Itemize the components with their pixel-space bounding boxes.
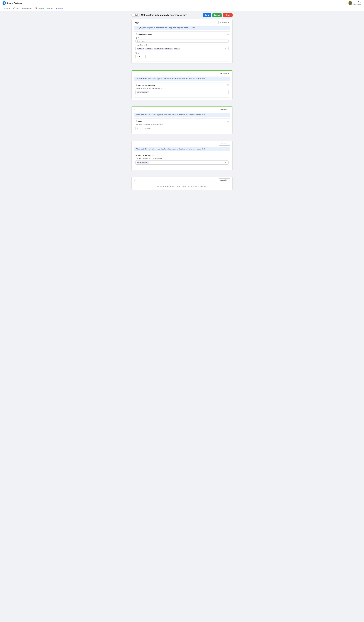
app-logo: G [2,1,6,5]
wait-duration-input[interactable] [135,127,144,130]
remove-thursday[interactable]: ✕ [171,48,172,49]
empty-block-message: No actions added yet. Click on the + but… [132,183,232,190]
turn-off-title: Turn Off the Switches [138,155,155,156]
turn-off-switches-card: 👁 Turn Off the Switches ✕ Select the swi… [134,153,230,168]
clear-tags-icon[interactable]: ✕ [225,48,226,50]
days-label: Days of the week [135,44,229,46]
start-button[interactable]: Start ▶ [203,13,211,17]
remove-wednesday[interactable]: ✕ [162,48,163,49]
avatar: 👤 [348,1,352,5]
scenes-icon: ▶ [56,7,57,9]
turn-on-title: Turn On the Switches [138,84,155,86]
time-input[interactable] [135,55,146,58]
user-info: 👤 Tony Administrator [348,1,362,5]
calendar-icon: 📅 [35,7,37,9]
user-role: Administrator [353,3,362,5]
user-name: Tony [353,1,362,3]
wait-close-button[interactable]: ✕ [227,120,229,122]
top-bar-left: G Gladys Assistant [2,1,22,5]
turn-off-field-label: Select the switches you want to turn off [135,158,229,160]
trigger-close-button[interactable]: ✕ [227,33,229,35]
days-group: Days of the week Monday ✕ Tuesday ✕ Wedn… [135,44,229,51]
page-header-left: ◄ Back Make coffee automatically every w… [131,14,187,17]
action-block-1: 1. Add action + All actions in this bloc… [131,70,233,100]
clear-turn-on-icon[interactable]: ✕ [225,91,226,93]
add-action-button-2[interactable]: Add action + [219,108,230,111]
add-action-button-3[interactable]: Add action + [219,142,230,146]
eye-icon-1: 👁 [135,84,137,86]
tag-thursday: Thursday ✕ [164,48,173,50]
add-trigger-button[interactable]: Add trigger + [218,21,230,24]
nav-chat[interactable]: 💬 Chat [12,7,20,10]
remove-tuesday[interactable]: ✕ [151,48,152,49]
turn-off-tags-row[interactable]: Coffee machine ✕ ✕ ▾ [135,160,229,165]
save-button[interactable]: Save 💾 [212,13,222,17]
tag-monday: Monday ✕ [137,48,145,50]
nav-integrations[interactable]: ⚙️ Integrations [21,7,34,10]
remove-monday[interactable]: ✕ [143,48,144,49]
app-title: Gladys Assistant [7,2,22,4]
arrow-divider-3: ↓ [131,135,233,141]
header-actions: Start ▶ Save 💾 Delete 🗑 [203,13,233,17]
delete-button[interactable]: Delete 🗑 [223,13,233,17]
chevron-down-tags-icon[interactable]: ▾ [227,48,227,50]
turn-off-tags-controls: ✕ ▾ [225,162,227,163]
action-header-1: 1. Add action + [132,71,232,77]
parallel-info-1: All actions in this block will run in pa… [134,77,230,81]
chevron-down-icon: ▾ [145,40,146,42]
action-block-2: 2. Add action + All actions in this bloc… [131,106,233,134]
tags-controls: ✕ ▾ [225,48,227,50]
back-button[interactable]: ◄ Back [131,14,140,17]
home-icon: 🏠 [4,7,6,9]
parallel-info-3: All actions in this block will run in pa… [134,147,230,151]
action-header-3: 3. Add action + [132,141,232,147]
parallel-info-2: All actions in this block will run in pa… [134,113,230,117]
wait-input-row: seconds [135,127,229,130]
nav-calendar[interactable]: 📅 Calendar [34,7,45,10]
triggers-info-banner: Every trigger is independent. When any o… [134,26,230,30]
wait-clock-icon: 🕐 [135,120,138,122]
turn-on-switches-card: 👁 Turn On the Switches ✕ Select the swit… [134,82,230,98]
top-bar: G Gladys Assistant 👤 Tony Administrator [0,0,364,6]
action-header-2: 2. Add action + [132,107,232,113]
chevron-turn-off-icon[interactable]: ▾ [227,162,227,163]
days-tags-row[interactable]: Monday ✕ Tuesday ✕ Wednesday ✕ Thursday … [135,47,229,51]
nav-menu: 🏠 Home 💬 Chat ⚙️ Integrations 📅 Calendar… [0,6,364,11]
tag-friday: Friday ✕ [174,48,181,50]
nav-maps[interactable]: 🗺️ Maps [46,7,54,10]
nav-scenes[interactable]: ▶ Scenes [55,7,64,10]
turn-on-tags-row[interactable]: Coffee machine ✕ ✕ ▾ [135,90,229,94]
remove-coffee-machine-off[interactable]: ✕ [147,162,148,163]
type-group: Type Every week ▾ [135,37,229,43]
action-block-3: 3. Add action + All actions in this bloc… [131,141,233,170]
remove-friday[interactable]: ✕ [179,48,180,49]
tag-coffee-machine-on: Coffee machine ✕ [137,91,149,93]
action-block-4: 4. Add action + No actions added yet. Cl… [131,177,233,190]
arrow-divider-2: ↓ [131,101,233,106]
turn-off-close-button[interactable]: ✕ [227,154,229,156]
wait-header: 🕐 Wait [135,120,229,122]
type-select[interactable]: Every week ▾ [135,39,229,43]
nav-home[interactable]: 🏠 Home [2,7,12,10]
trigger-title: Scheduled trigger [138,33,152,35]
add-action-button-1[interactable]: Add action + [219,72,230,75]
trigger-block-header: 🕐 Scheduled trigger [135,33,229,35]
triggers-section: Triggers Add trigger + Every trigger is … [131,19,233,64]
block-number-1: 1. [134,73,135,75]
clear-turn-off-icon[interactable]: ✕ [225,162,226,163]
chevron-turn-on-icon[interactable]: ▾ [227,91,227,93]
turn-off-field-group: Select the switches you want to turn off… [135,158,229,165]
triggers-title: Triggers [134,21,141,23]
turn-on-tags-controls: ✕ ▾ [225,91,227,93]
add-action-button-4[interactable]: Add action + [219,178,230,182]
turn-on-close-button[interactable]: ✕ [227,84,229,86]
clock-trigger-icon: 🕐 [135,33,138,35]
page-header: ◄ Back Make coffee automatically every w… [131,13,233,17]
wait-description: This block will wait the specified durat… [135,124,229,126]
action-header-4: 4. Add action + [132,177,232,183]
arrow-divider-1: ↓ [131,65,233,70]
page-title: Make coffee automatically every week-day [141,14,187,17]
wait-unit-label: seconds [145,127,151,129]
remove-coffee-machine-on[interactable]: ✕ [147,92,148,93]
eye-icon-3: 👁 [135,155,137,156]
